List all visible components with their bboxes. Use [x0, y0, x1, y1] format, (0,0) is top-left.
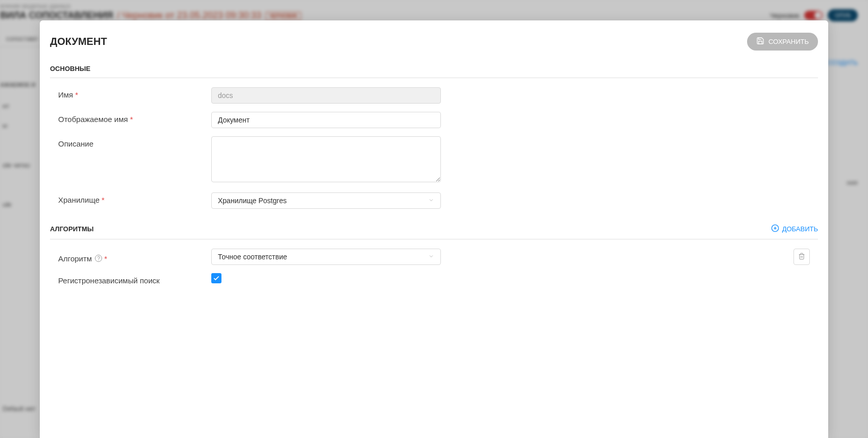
row-storage: Хранилище * Хранилище Postgres — [50, 192, 818, 209]
save-icon — [756, 37, 764, 46]
section-algorithms-title: АЛГОРИТМЫ — [50, 225, 94, 233]
help-icon[interactable]: ? — [95, 255, 102, 262]
add-button-label: ДОБАВИТЬ — [782, 225, 818, 233]
label-storage: Хранилище * — [58, 192, 211, 204]
save-button-label: СОХРАНИТЬ — [768, 38, 809, 45]
label-name: Имя * — [58, 87, 211, 99]
trash-icon — [798, 253, 805, 261]
row-case-insensitive: Регистронезависимый поиск — [50, 273, 818, 285]
section-main-title: ОСНОВНЫЕ — [50, 65, 90, 72]
row-name: Имя * — [50, 87, 818, 104]
display-name-input[interactable] — [211, 112, 441, 128]
row-display-name: Отображаемое имя * — [50, 112, 818, 128]
description-textarea[interactable] — [211, 136, 441, 182]
required-indicator: * — [75, 90, 78, 99]
required-indicator: * — [104, 254, 107, 263]
section-algorithms: АЛГОРИТМЫ ДОБАВИТЬ Алгоритм? * — [50, 224, 818, 285]
delete-algorithm-button[interactable] — [793, 249, 810, 265]
chevron-down-icon — [428, 253, 434, 260]
required-indicator: * — [102, 196, 105, 204]
save-button[interactable]: СОХРАНИТЬ — [747, 33, 818, 51]
required-indicator: * — [130, 115, 133, 124]
label-display-name: Отображаемое имя * — [58, 112, 211, 124]
label-algorithm: Алгоритм? * — [58, 251, 211, 263]
plus-circle-icon — [771, 224, 779, 234]
algorithm-select-value: Точное соответствие — [218, 253, 287, 261]
label-description: Описание — [58, 136, 211, 148]
label-case-insensitive: Регистронезависимый поиск — [58, 273, 211, 285]
case-insensitive-checkbox[interactable] — [211, 273, 221, 283]
modal-header: ДОКУМЕНТ СОХРАНИТЬ — [50, 33, 818, 51]
modal-title: ДОКУМЕНТ — [50, 36, 107, 47]
chevron-down-icon — [428, 197, 434, 204]
section-main: ОСНОВНЫЕ Имя * Отображаемое имя * — [50, 65, 818, 209]
name-input — [211, 87, 441, 104]
row-algorithm: Алгоритм? * Точное соответствие — [50, 249, 818, 265]
add-algorithm-button[interactable]: ДОБАВИТЬ — [771, 224, 818, 234]
row-description: Описание — [50, 136, 818, 184]
document-modal: ДОКУМЕНТ СОХРАНИТЬ ОСНОВНЫЕ Имя * — [40, 20, 828, 438]
check-icon — [213, 275, 220, 282]
storage-select-value: Хранилище Postgres — [218, 197, 287, 205]
storage-select[interactable]: Хранилище Postgres — [211, 192, 441, 209]
algorithm-select[interactable]: Точное соответствие — [211, 249, 441, 265]
